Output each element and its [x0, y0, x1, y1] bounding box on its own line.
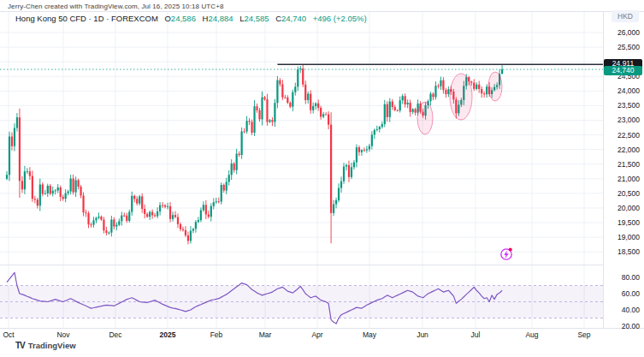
candlestick-chart-canvas[interactable]: [0, 0, 644, 357]
time-tick-label: May: [363, 330, 376, 339]
price-tick-label: 22,000: [606, 146, 640, 154]
time-tick-label: Mar: [259, 330, 272, 339]
tradingview-logo[interactable]: TV TradingView: [15, 341, 76, 350]
annotation-ellipse[interactable]: [450, 74, 472, 120]
tradingview-snapshot: Jerry-Chen created with TradingView.com,…: [0, 0, 644, 357]
price-tick-label: 23,500: [606, 101, 640, 110]
open-value: 24,586: [171, 14, 196, 23]
price-tick-label: 18,500: [606, 247, 640, 256]
close-label: C: [275, 14, 281, 23]
currency-badge[interactable]: HKD: [612, 10, 639, 22]
price-tick-label: 20,500: [606, 189, 640, 198]
time-tick-label: 2025: [160, 330, 176, 339]
time-tick-label: Oct: [3, 330, 14, 339]
price-tick-label: 22,500: [606, 131, 640, 140]
time-tick-label: Sep: [577, 330, 590, 339]
rsi-tick-label: 40.00: [606, 306, 640, 314]
price-tick-label: 19,500: [606, 218, 640, 227]
price-tick-label: 23,000: [606, 116, 640, 124]
time-tick-label: Jun: [417, 330, 428, 339]
change-value: +496 (+2.05%): [313, 14, 367, 23]
annotation-ellipse[interactable]: [488, 72, 502, 101]
time-tick-label: Feb: [210, 330, 223, 339]
time-tick-label: Dec: [109, 330, 121, 339]
price-tick-label: 26,000: [606, 28, 640, 37]
tradingview-logo-icon: TV: [15, 341, 25, 350]
bolt-marker-icon[interactable]: [501, 248, 512, 260]
price-tick-label: 24,000: [606, 86, 640, 95]
last-price-label: 24,740: [604, 66, 642, 75]
time-tick-label: Jul: [471, 330, 481, 339]
low-value: 24,585: [244, 14, 269, 23]
tradingview-logo-text: TradingView: [28, 341, 76, 350]
close-value: 24,740: [281, 14, 306, 23]
price-tick-label: 25,500: [606, 43, 640, 51]
rsi-tick-label: 60.00: [606, 289, 640, 298]
price-tick-label: 21,500: [606, 160, 640, 169]
rsi-tick-label: 80.00: [606, 273, 640, 282]
symbol-legend[interactable]: Hong Kong 50 CFD · 1D · FOREXCOM O24,586…: [15, 14, 367, 23]
open-label: O: [164, 14, 170, 23]
high-value: 24,884: [208, 14, 233, 23]
rsi-tick-label: 20.00: [606, 322, 640, 330]
symbol-title: Hong Kong 50 CFD · 1D · FOREXCOM: [15, 14, 158, 23]
price-tick-label: 19,000: [606, 233, 640, 241]
price-tick-label: 21,000: [606, 175, 640, 183]
time-tick-label: Apr: [311, 330, 322, 339]
price-tick-label: 20,000: [606, 204, 640, 212]
time-tick-label: Aug: [525, 330, 538, 339]
time-tick-label: Nov: [56, 330, 69, 339]
annotation-ellipse[interactable]: [417, 102, 433, 134]
